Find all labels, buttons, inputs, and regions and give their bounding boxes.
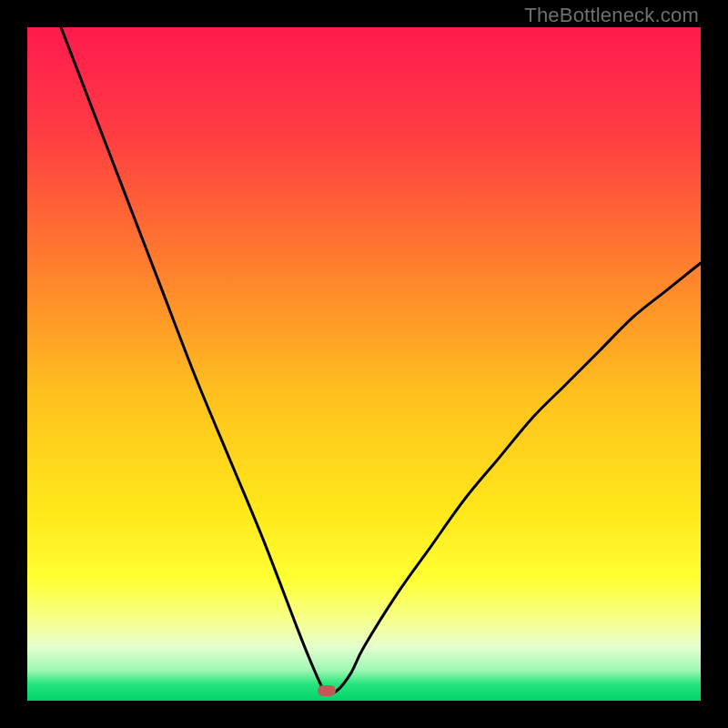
plot-area — [27, 27, 701, 701]
watermark-text: TheBottleneck.com — [524, 4, 699, 27]
outer-frame: TheBottleneck.com — [0, 0, 728, 728]
bottleneck-curve — [27, 27, 701, 701]
optimal-marker — [318, 685, 336, 696]
